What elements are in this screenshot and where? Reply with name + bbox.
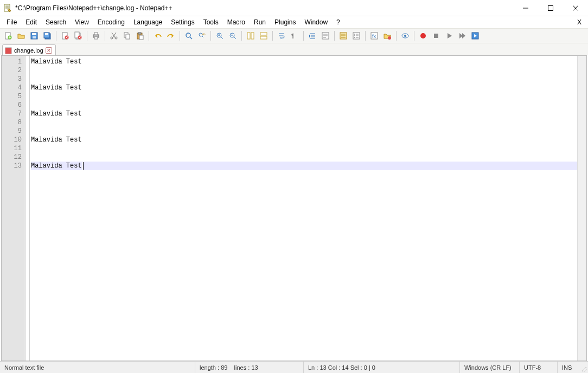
tab-label: change.log <box>14 47 43 54</box>
editor-line[interactable]: Malavida Test <box>31 57 577 66</box>
editor-line[interactable] <box>31 153 577 162</box>
tab-bar: change.log ✕ <box>0 43 588 55</box>
new-icon[interactable] <box>2 30 14 42</box>
paste-icon[interactable] <box>134 30 146 42</box>
zoom-in-icon[interactable] <box>214 30 226 42</box>
all-chars-icon[interactable]: ¶ <box>289 30 301 42</box>
svg-rect-5 <box>32 33 36 35</box>
zoom-out-icon[interactable] <box>227 30 239 42</box>
svg-point-41 <box>354 37 355 38</box>
doc-list-icon[interactable] <box>350 30 362 42</box>
menu-run[interactable]: Run <box>250 17 270 27</box>
tab-change-log[interactable]: change.log ✕ <box>2 44 56 56</box>
stop-icon[interactable] <box>430 30 442 42</box>
svg-rect-23 <box>138 33 141 34</box>
udl-icon[interactable] <box>319 30 331 42</box>
minimize-button[interactable] <box>513 0 538 16</box>
svg-text:¶: ¶ <box>291 33 294 39</box>
doc-map-icon[interactable] <box>337 30 349 42</box>
svg-text:fx: fx <box>372 34 376 39</box>
close-all-icon[interactable] <box>72 30 84 42</box>
status-bar: Normal text file length : 89 lines : 13 … <box>0 361 588 373</box>
editor-line[interactable] <box>31 101 577 110</box>
svg-point-40 <box>354 35 355 36</box>
menu-tools[interactable]: Tools <box>199 17 223 27</box>
svg-point-19 <box>115 37 117 39</box>
editor-line[interactable]: Malavida Test <box>31 136 577 144</box>
monitor-icon[interactable] <box>399 30 411 42</box>
menu-plugins[interactable]: Plugins <box>270 17 300 27</box>
folder-icon[interactable] <box>381 30 393 42</box>
sync-h-icon[interactable] <box>258 30 270 42</box>
svg-text:ab: ab <box>202 33 206 36</box>
menu-macro[interactable]: Macro <box>223 17 250 27</box>
svg-rect-6 <box>33 36 36 38</box>
status-encoding[interactable]: UTF-8 <box>520 362 558 373</box>
copy-icon[interactable] <box>121 30 133 42</box>
editor-line[interactable] <box>31 66 577 75</box>
svg-point-47 <box>420 33 426 38</box>
func-list-icon[interactable]: fx <box>368 30 380 42</box>
svg-point-18 <box>111 37 113 39</box>
menu-close-x[interactable]: X <box>573 17 586 27</box>
play-icon[interactable] <box>443 30 455 42</box>
menu-help[interactable]: ? <box>332 17 344 27</box>
menu-bar: File Edit Search View Encoding Language … <box>0 16 588 28</box>
menu-settings[interactable]: Settings <box>167 17 199 27</box>
indent-guide-icon[interactable] <box>306 30 318 42</box>
resize-grip[interactable] <box>579 362 588 373</box>
svg-point-39 <box>354 34 355 35</box>
svg-rect-24 <box>139 35 143 40</box>
sync-v-icon[interactable] <box>245 30 257 42</box>
svg-point-25 <box>186 33 190 37</box>
editor-line[interactable] <box>31 92 577 101</box>
svg-rect-9 <box>45 33 48 35</box>
status-eol[interactable]: Windows (CR LF) <box>460 362 520 373</box>
save-macro-icon[interactable] <box>469 30 481 42</box>
save-icon[interactable] <box>28 30 40 42</box>
window-title: *C:\Program Files\Notepad++\change.log -… <box>15 4 513 12</box>
menu-edit[interactable]: Edit <box>21 17 41 27</box>
editor-line[interactable] <box>31 75 577 83</box>
menu-search[interactable]: Search <box>41 17 71 27</box>
play-multi-icon[interactable] <box>456 30 468 42</box>
close-file-icon[interactable] <box>59 30 71 42</box>
editor-line[interactable] <box>31 118 577 127</box>
print-icon[interactable] <box>90 30 102 42</box>
editor-line[interactable] <box>31 127 577 136</box>
close-button[interactable] <box>563 0 588 16</box>
status-mode[interactable]: INS <box>558 362 579 373</box>
menu-view[interactable]: View <box>71 17 93 27</box>
svg-rect-33 <box>260 36 267 39</box>
undo-icon[interactable] <box>152 30 164 42</box>
replace-icon[interactable]: ab <box>196 30 208 42</box>
svg-rect-48 <box>434 34 438 38</box>
wordwrap-icon[interactable] <box>276 30 287 42</box>
tab-close-icon[interactable]: ✕ <box>46 47 52 54</box>
fold-margin <box>25 56 30 361</box>
svg-rect-31 <box>251 33 254 39</box>
editor-line[interactable]: Malavida Test <box>31 162 577 170</box>
svg-rect-35 <box>309 35 310 37</box>
save-all-icon[interactable] <box>41 30 53 42</box>
menu-file[interactable]: File <box>2 17 21 27</box>
vertical-scrollbar[interactable] <box>577 56 586 361</box>
svg-point-44 <box>388 36 391 40</box>
title-bar: *C:\Program Files\Notepad++\change.log -… <box>0 0 588 16</box>
redo-icon[interactable] <box>165 30 177 42</box>
maximize-button[interactable] <box>538 0 563 16</box>
menu-language[interactable]: Language <box>129 17 167 27</box>
cut-icon[interactable] <box>108 30 120 42</box>
editor-line[interactable]: Malavida Test <box>31 83 577 92</box>
status-filetype: Normal text file <box>0 362 195 373</box>
editor-content[interactable]: Malavida TestMalavida TestMalavida TestM… <box>30 56 577 361</box>
find-icon[interactable] <box>183 30 195 42</box>
editor-line[interactable]: Malavida Test <box>31 110 577 118</box>
editor: 12345678910111213 Malavida TestMalavida … <box>1 55 587 361</box>
editor-line[interactable] <box>31 144 577 153</box>
menu-encoding[interactable]: Encoding <box>93 17 129 27</box>
menu-window[interactable]: Window <box>300 17 332 27</box>
open-icon[interactable] <box>15 30 27 42</box>
record-icon[interactable] <box>417 30 429 42</box>
svg-rect-21 <box>126 34 130 39</box>
